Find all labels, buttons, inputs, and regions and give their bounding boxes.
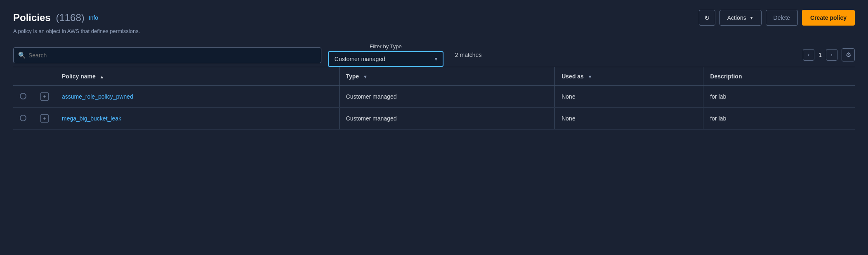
info-link[interactable]: Info xyxy=(89,14,98,21)
filter-row: 🔍 Filter by Type All types AWS managed C… xyxy=(13,43,855,67)
row2-type-cell: Customer managed xyxy=(339,108,555,130)
search-input[interactable] xyxy=(13,47,321,63)
row1-type-cell: Customer managed xyxy=(339,86,555,108)
col-label-description: Description xyxy=(710,73,742,80)
next-page-button[interactable]: › xyxy=(826,49,837,61)
row2-policy-name-cell: mega_big_bucket_leak xyxy=(55,108,339,130)
sort-asc-icon: ▲ xyxy=(100,74,104,79)
settings-icon: ⚙ xyxy=(846,51,851,59)
table-settings-button[interactable]: ⚙ xyxy=(842,48,855,61)
actions-label: Actions xyxy=(727,14,746,21)
row1-expand-cell: ＋ xyxy=(34,86,55,108)
row1-policy-name-cell: assume_role_policy_pwned xyxy=(55,86,339,108)
col-header-checkbox xyxy=(13,67,34,86)
subtitle: A policy is an object in AWS that define… xyxy=(13,28,855,34)
delete-button[interactable]: Delete xyxy=(766,10,798,26)
table-header: Policy name ▲ Type ▼ Used as ▼ Descripti… xyxy=(13,67,855,86)
table-body: ＋ assume_role_policy_pwned Customer mana… xyxy=(13,86,855,130)
actions-dropdown-icon: ▼ xyxy=(750,16,754,20)
refresh-icon: ↻ xyxy=(704,14,710,22)
delete-label: Delete xyxy=(774,14,790,21)
filter-type-group: Filter by Type All types AWS managed Cus… xyxy=(328,43,443,67)
table-row: ＋ mega_big_bucket_leak Customer managed … xyxy=(13,108,855,130)
table-container: Policy name ▲ Type ▼ Used as ▼ Descripti… xyxy=(13,67,855,130)
row2-description-cell: for lab xyxy=(703,108,855,130)
page-title: Policies (1168) xyxy=(13,12,85,24)
row2-policy-link[interactable]: mega_big_bucket_leak xyxy=(62,115,121,122)
sort-desc-icon-used-as: ▼ xyxy=(588,74,592,79)
row2-expand-cell: ＋ xyxy=(34,108,55,130)
row2-checkbox-cell xyxy=(13,108,34,130)
current-page: 1 xyxy=(818,52,822,58)
col-header-description: Description xyxy=(703,67,855,86)
actions-button[interactable]: Actions ▼ xyxy=(719,10,762,26)
title-text: Policies xyxy=(13,12,51,23)
col-header-expand xyxy=(34,67,55,86)
row1-radio[interactable] xyxy=(20,93,26,99)
refresh-button[interactable]: ↻ xyxy=(699,10,715,26)
filter-by-type-label: Filter by Type xyxy=(328,43,443,50)
row2-radio[interactable] xyxy=(20,115,26,121)
sort-desc-icon-type: ▼ xyxy=(363,74,368,79)
row2-expand-icon[interactable]: ＋ xyxy=(40,114,49,123)
header-row-tr: Policy name ▲ Type ▼ Used as ▼ Descripti… xyxy=(13,67,855,86)
create-policy-button[interactable]: Create policy xyxy=(802,10,855,26)
row1-description-cell: for lab xyxy=(703,86,855,108)
next-icon: › xyxy=(831,52,833,58)
header-row: Policies (1168) Info ↻ Actions ▼ Delete … xyxy=(13,10,855,26)
action-buttons: ↻ Actions ▼ Delete Create policy xyxy=(699,10,855,26)
type-select-wrap: All types AWS managed Customer managed J… xyxy=(328,51,443,67)
row1-expand-icon[interactable]: ＋ xyxy=(40,92,49,101)
row2-used-as-cell: None xyxy=(555,108,703,130)
prev-page-button[interactable]: ‹ xyxy=(803,49,814,61)
table-row: ＋ assume_role_policy_pwned Customer mana… xyxy=(13,86,855,108)
policies-table: Policy name ▲ Type ▼ Used as ▼ Descripti… xyxy=(13,67,855,130)
col-header-type[interactable]: Type ▼ xyxy=(339,67,555,86)
row1-policy-link[interactable]: assume_role_policy_pwned xyxy=(62,93,133,100)
col-label-type: Type xyxy=(346,73,359,80)
row1-used-as-cell: None xyxy=(555,86,703,108)
search-icon: 🔍 xyxy=(18,52,26,59)
prev-icon: ‹ xyxy=(808,52,809,58)
pagination-section: ‹ 1 › ⚙ xyxy=(803,48,855,62)
col-label-policy-name: Policy name xyxy=(62,73,96,80)
create-label: Create policy xyxy=(810,14,847,21)
row1-checkbox-cell xyxy=(13,86,34,108)
matches-count: 2 matches xyxy=(455,52,482,59)
col-header-policy-name[interactable]: Policy name ▲ xyxy=(55,67,339,86)
title-count: (1168) xyxy=(56,12,84,23)
col-label-used-as: Used as xyxy=(561,73,584,80)
type-select[interactable]: All types AWS managed Customer managed J… xyxy=(328,51,443,67)
col-header-used-as[interactable]: Used as ▼ xyxy=(555,67,703,86)
search-container: 🔍 xyxy=(13,47,321,63)
page-container: Policies (1168) Info ↻ Actions ▼ Delete … xyxy=(0,0,868,139)
title-section: Policies (1168) Info xyxy=(13,12,98,24)
